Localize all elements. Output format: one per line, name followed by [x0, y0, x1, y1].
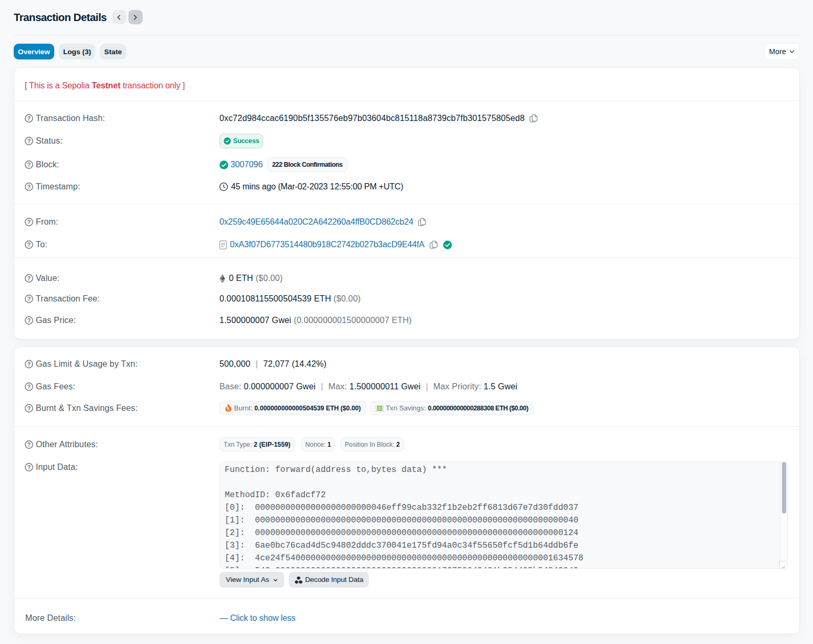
svg-text:?: ? — [27, 464, 31, 470]
svg-text:?: ? — [27, 317, 31, 324]
svg-text:?: ? — [27, 441, 31, 447]
svg-text:?: ? — [27, 138, 31, 144]
svg-text:?: ? — [27, 405, 31, 411]
svg-text:?: ? — [27, 275, 31, 281]
svg-text:?: ? — [27, 184, 31, 190]
svg-text:?: ? — [27, 162, 31, 168]
svg-text:?: ? — [27, 296, 31, 302]
svg-text:?: ? — [27, 361, 31, 367]
svg-text:?: ? — [27, 242, 31, 248]
svg-text:?: ? — [27, 384, 31, 390]
svg-text:?: ? — [27, 115, 31, 122]
svg-text:?: ? — [27, 219, 31, 225]
